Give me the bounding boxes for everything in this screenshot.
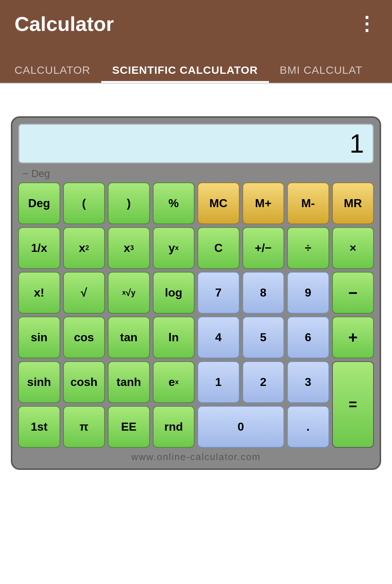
btn-yx[interactable]: yx — [153, 227, 195, 269]
tab-bmi-calculator[interactable]: BMI CALCULAT — [269, 57, 373, 83]
btn-tanh[interactable]: tanh — [108, 361, 150, 403]
btn-1[interactable]: 1 — [197, 361, 240, 403]
btn-0[interactable]: 0 — [197, 406, 284, 448]
btn-mc[interactable]: MC — [197, 182, 240, 224]
btn-sqrt[interactable]: √ — [63, 272, 105, 314]
display-value: 1 — [350, 129, 364, 158]
btn-ex[interactable]: ex — [153, 361, 195, 403]
btn-cosh[interactable]: cosh — [63, 361, 105, 403]
btn-subtract[interactable]: − — [332, 272, 374, 314]
deg-label: − Deg — [18, 166, 374, 182]
btn-pi[interactable]: π — [63, 406, 105, 448]
btn-open-paren[interactable]: ( — [63, 182, 105, 224]
btn-4[interactable]: 4 — [197, 317, 240, 358]
btn-5[interactable]: 5 — [242, 317, 285, 358]
btn-mplus[interactable]: M+ — [242, 182, 285, 224]
btn-clear[interactable]: C — [197, 227, 240, 269]
tab-bar: CALCULATOR SCIENTIFIC CALCULATOR BMI CAL… — [0, 47, 392, 84]
btn-mr[interactable]: MR — [332, 182, 374, 224]
btn-factorial[interactable]: x! — [18, 272, 60, 314]
top-bar: Calculator ⋮ — [0, 0, 392, 47]
bottom-space — [0, 484, 392, 584]
btn-add[interactable]: + — [332, 317, 374, 358]
btn-ln[interactable]: ln — [153, 317, 195, 358]
btn-tan[interactable]: tan — [108, 317, 150, 358]
website-label: www.online-calculator.com — [18, 448, 374, 463]
btn-decimal[interactable]: . — [287, 406, 329, 448]
btn-8[interactable]: 8 — [242, 272, 285, 314]
btn-cos[interactable]: cos — [63, 317, 105, 358]
calculator-container: 1 − Deg Deg ( ) % MC M+ M- MR 1/x x2 x3 … — [0, 113, 392, 484]
tab-calculator[interactable]: CALCULATOR — [0, 57, 101, 83]
display-screen: 1 — [18, 124, 374, 164]
btn-percent[interactable]: % — [153, 182, 195, 224]
btn-9[interactable]: 9 — [287, 272, 329, 314]
button-grid: Deg ( ) % MC M+ M- MR 1/x x2 x3 yx C +/−… — [18, 182, 374, 448]
btn-log[interactable]: log — [153, 272, 195, 314]
btn-divide[interactable]: ÷ — [287, 227, 329, 269]
btn-7[interactable]: 7 — [197, 272, 240, 314]
btn-deg[interactable]: Deg — [18, 182, 60, 224]
btn-3[interactable]: 3 — [287, 361, 329, 403]
btn-ee[interactable]: EE — [108, 406, 150, 448]
btn-sinh[interactable]: sinh — [18, 361, 60, 403]
btn-rnd[interactable]: rnd — [153, 406, 195, 448]
btn-reciprocal[interactable]: 1/x — [18, 227, 60, 269]
btn-equals[interactable]: = — [332, 361, 374, 448]
menu-icon[interactable]: ⋮ — [357, 13, 377, 35]
btn-mminus[interactable]: M- — [287, 182, 329, 224]
btn-close-paren[interactable]: ) — [108, 182, 150, 224]
gap-area — [0, 84, 392, 113]
btn-multiply[interactable]: × — [332, 227, 374, 269]
btn-square[interactable]: x2 — [63, 227, 105, 269]
btn-1st[interactable]: 1st — [18, 406, 60, 448]
btn-xrooty[interactable]: x√y — [108, 272, 150, 314]
btn-6[interactable]: 6 — [287, 317, 329, 358]
btn-plus-minus[interactable]: +/− — [242, 227, 285, 269]
btn-sin[interactable]: sin — [18, 317, 60, 358]
btn-cube[interactable]: x3 — [108, 227, 150, 269]
tab-scientific-calculator[interactable]: SCIENTIFIC CALCULATOR — [101, 57, 269, 83]
btn-2[interactable]: 2 — [242, 361, 285, 403]
app-title: Calculator — [15, 12, 114, 36]
calculator-body: 1 − Deg Deg ( ) % MC M+ M- MR 1/x x2 x3 … — [11, 116, 381, 470]
